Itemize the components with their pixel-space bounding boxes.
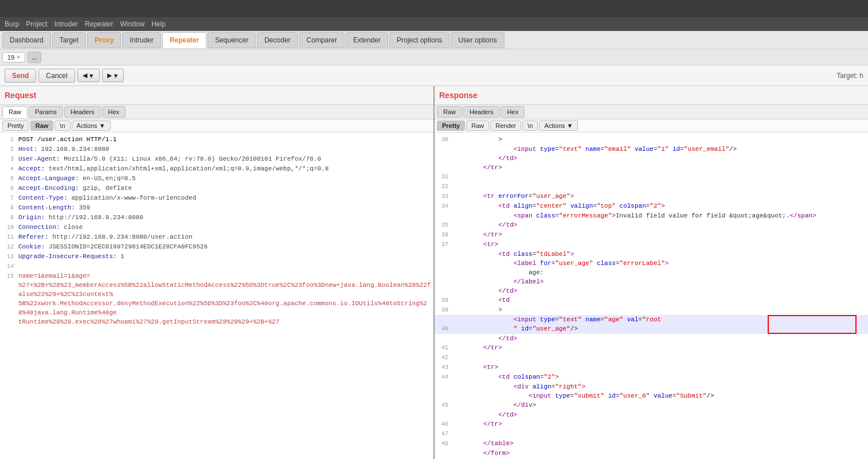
prev-arrow: ◀: [83, 72, 87, 79]
sub-tab-19-close[interactable]: ×: [17, 54, 20, 60]
main-tab-bar: Dashboard Target Proxy Intruder Repeater…: [0, 31, 868, 49]
req-line-1: 1 POST /user.action HTTP/1.1: [0, 135, 433, 145]
menu-intruder[interactable]: Intruder: [54, 20, 78, 28]
req-line-3: 3 User-Agent: Mozilla/5.0 (X11; Linux x8…: [0, 154, 433, 164]
next-arrow: ▶: [107, 72, 112, 79]
res-line-43: 43 <tr>: [435, 363, 868, 372]
res-line-35: 35 </td>: [435, 220, 868, 230]
response-actions-btn[interactable]: Actions ▼: [539, 120, 578, 131]
response-tab-raw[interactable]: Raw: [437, 106, 462, 118]
response-format-bar: Pretty Raw Render \n Actions ▼: [435, 119, 868, 133]
tab-decoder[interactable]: Decoder: [257, 32, 298, 48]
prev-button[interactable]: ◀ ▼: [77, 69, 100, 82]
tab-proxy[interactable]: Proxy: [87, 32, 121, 48]
req-line-9: 9 Origin: http://192.168.9.234:8080: [0, 213, 433, 223]
request-title: Request: [5, 88, 36, 102]
response-tab-hex[interactable]: Hex: [501, 106, 525, 118]
response-fmt-raw[interactable]: Raw: [466, 120, 489, 131]
res-line-32: 32: [435, 182, 868, 192]
menu-help[interactable]: Help: [151, 20, 166, 28]
request-format-bar: Pretty Raw \n Actions ▼: [0, 119, 433, 133]
res-line-33: 33 <tr errorFor="user_age">: [435, 192, 868, 201]
res-line-45a: 45 </div>: [435, 400, 868, 410]
req-line-11: 11 Referer: http://192.168.9.234:8080/us…: [0, 232, 433, 242]
res-line-44a: 44 <td colspan="2">: [435, 372, 868, 382]
res-line-31: 31: [435, 172, 868, 182]
tab-sequencer[interactable]: Sequencer: [208, 32, 256, 48]
tab-extender[interactable]: Extender: [346, 32, 388, 48]
res-line-40: 40 " id="user_age"/>: [435, 324, 868, 334]
sub-tab-19[interactable]: 19 ×: [2, 52, 25, 63]
sub-tab-bar: 19 × ...: [0, 49, 868, 65]
menu-burp[interactable]: Burp: [5, 20, 19, 28]
res-line-34a: 34 <td align="center" valign="top" colsp…: [435, 201, 868, 211]
req-line-8: 8 Content-Length: 359: [0, 203, 433, 213]
request-tab-params[interactable]: Params: [29, 106, 63, 118]
res-line-39: 39 >: [435, 305, 868, 315]
req-line-15: 15 name=1&email=1&age=%27+%2B+%28%23_mem…: [0, 271, 433, 326]
sub-tab-more[interactable]: ...: [28, 52, 41, 63]
request-actions-arrow: ▼: [99, 122, 105, 129]
tab-intruder[interactable]: Intruder: [122, 32, 161, 48]
response-fmt-pretty[interactable]: Pretty: [437, 120, 465, 131]
prev-dropdown-arrow[interactable]: ▼: [88, 72, 95, 79]
res-line-48b: </form>: [435, 449, 868, 458]
tab-project-options[interactable]: Project options: [389, 32, 449, 48]
request-tab-hex[interactable]: Hex: [102, 106, 126, 118]
res-line-36: 36 </tr>: [435, 230, 868, 240]
request-panel: Request Raw Params Headers Hex Pretty Ra…: [0, 86, 435, 459]
res-line-46: 46 </tr>: [435, 419, 868, 429]
toolbar: Send Cancel ◀ ▼ ▶ ▼ Target: h: [0, 65, 868, 86]
response-actions-arrow: ▼: [567, 122, 573, 129]
cancel-button[interactable]: Cancel: [38, 69, 75, 83]
req-line-14: 14: [0, 262, 433, 271]
tab-comparer[interactable]: Comparer: [299, 32, 345, 48]
req-line-4: 4 Accept: text/html,application/xhtml+xm…: [0, 164, 433, 174]
send-button[interactable]: Send: [5, 69, 36, 83]
menu-project[interactable]: Project: [26, 20, 47, 28]
title-bar: [0, 0, 868, 17]
response-fmt-render[interactable]: Render: [490, 120, 521, 131]
response-panel: Response Raw Headers Hex Pretty Raw Rend…: [435, 86, 868, 459]
res-line-30c: </td>: [435, 154, 868, 163]
tab-dashboard[interactable]: Dashboard: [2, 32, 51, 48]
tab-repeater[interactable]: Repeater: [162, 32, 206, 48]
next-dropdown-arrow[interactable]: ▼: [113, 72, 119, 79]
request-actions-label: Actions: [77, 122, 97, 129]
target-label: Target: h: [836, 72, 863, 80]
response-code-area[interactable]: 30 > <input type="text" name="email" val…: [435, 133, 868, 459]
menu-bar: Burp Project Intruder Repeater Window He…: [0, 17, 868, 31]
request-header: Request: [0, 86, 433, 105]
req-line-6: 6 Accept-Encoding: gzip, deflate: [0, 184, 433, 193]
res-line-38: 38 <td: [435, 295, 868, 305]
res-line-37e: </label>: [435, 277, 868, 286]
res-line-39b: <input type="text" name="age" val="root: [435, 315, 868, 324]
response-fmt-n[interactable]: \n: [522, 120, 538, 131]
request-tab-raw[interactable]: Raw: [2, 106, 28, 118]
res-line-41b: 41 </tr>: [435, 343, 868, 353]
res-line-37c: <label for="user_age" class="errorLabel"…: [435, 259, 868, 268]
res-line-44c: <input type="submit" id="user_0" value="…: [435, 391, 868, 400]
tab-user-options[interactable]: User options: [451, 32, 504, 48]
response-tab-headers[interactable]: Headers: [463, 106, 500, 118]
request-code-area[interactable]: 1 POST /user.action HTTP/1.1 2 Host: 192…: [0, 133, 433, 459]
res-line-41a: </td>: [435, 334, 868, 343]
menu-window[interactable]: Window: [120, 20, 144, 28]
request-fmt-n[interactable]: \n: [54, 120, 70, 131]
request-actions-btn[interactable]: Actions ▼: [72, 120, 111, 131]
next-button[interactable]: ▶ ▼: [102, 69, 124, 82]
request-tab-headers[interactable]: Headers: [64, 106, 101, 118]
res-line-30d: </tr>: [435, 163, 868, 172]
request-fmt-raw[interactable]: Raw: [30, 120, 54, 131]
req-line-13: 13 Upgrade-Insecure-Requests: 1: [0, 252, 433, 262]
sub-tab-19-label: 19: [7, 54, 14, 61]
req-line-5: 5 Accept-Language: en-US,en;q=0.5: [0, 174, 433, 184]
res-line-34b: <span class="errorMessage">Invalid field…: [435, 211, 868, 220]
req-line-12: 12 Cookie: JSESSIONID=2CEC0199729814EDC1…: [0, 242, 433, 252]
res-line-30a: 30 >: [435, 135, 868, 145]
request-fmt-pretty[interactable]: Pretty: [2, 120, 29, 131]
response-title: Response: [439, 88, 478, 102]
tab-target[interactable]: Target: [52, 32, 86, 48]
res-line-37f: </td>: [435, 286, 868, 295]
menu-repeater[interactable]: Repeater: [85, 20, 113, 28]
